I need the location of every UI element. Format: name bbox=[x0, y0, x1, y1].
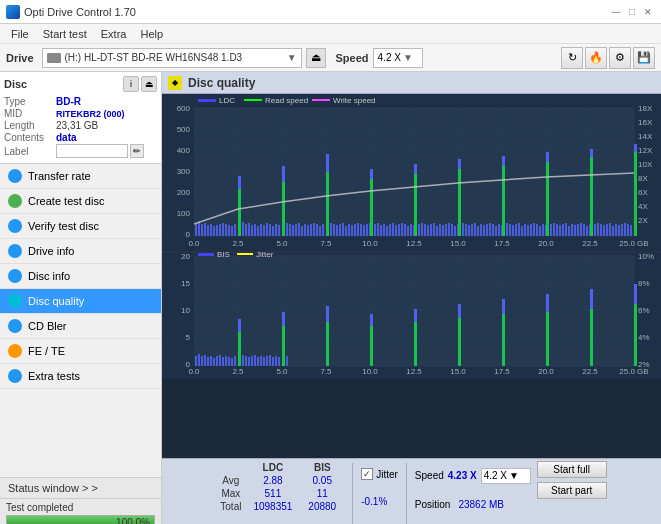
refresh-button[interactable]: ↻ bbox=[561, 47, 583, 69]
svg-rect-43 bbox=[201, 224, 203, 236]
svg-rect-71 bbox=[289, 224, 291, 236]
svg-rect-284 bbox=[502, 314, 505, 366]
sidebar-item-disc-info[interactable]: Disc info bbox=[0, 264, 161, 289]
sidebar-item-transfer-rate[interactable]: Transfer rate bbox=[0, 164, 161, 189]
label-input[interactable] bbox=[56, 144, 128, 158]
sidebar-item-label: Disc quality bbox=[28, 295, 84, 307]
svg-rect-146 bbox=[512, 225, 514, 236]
svg-rect-246 bbox=[213, 358, 215, 366]
speed-current-val: 4.23 X bbox=[448, 470, 477, 481]
sidebar-item-create-test-disc[interactable]: Create test disc bbox=[0, 189, 161, 214]
svg-text:600: 600 bbox=[177, 104, 191, 113]
svg-text:2.5: 2.5 bbox=[232, 367, 244, 376]
progress-percent: 100.0% bbox=[116, 516, 150, 524]
svg-rect-182 bbox=[618, 225, 620, 236]
speed-dropdown[interactable]: 4.2 X ▼ bbox=[481, 468, 531, 484]
burn-button[interactable]: 🔥 bbox=[585, 47, 607, 69]
menu-start-test[interactable]: Start test bbox=[36, 26, 94, 42]
total-row: Total 1098351 20880 bbox=[216, 500, 344, 513]
disc-info-icon[interactable]: i bbox=[123, 76, 139, 92]
svg-rect-175 bbox=[597, 223, 599, 236]
fe-te-icon bbox=[8, 344, 22, 358]
svg-rect-183 bbox=[621, 224, 623, 236]
svg-text:25.0 GB: 25.0 GB bbox=[619, 239, 648, 248]
disc-eject-icon[interactable]: ⏏ bbox=[141, 76, 157, 92]
sidebar-item-fe-te[interactable]: FE / TE bbox=[0, 339, 161, 364]
total-label: Total bbox=[216, 500, 245, 513]
svg-text:Jitter: Jitter bbox=[256, 250, 274, 259]
menu-extra[interactable]: Extra bbox=[94, 26, 134, 42]
svg-rect-181 bbox=[615, 224, 617, 236]
svg-rect-75 bbox=[301, 226, 303, 236]
svg-rect-58 bbox=[248, 223, 250, 236]
progress-bar: 100.0% bbox=[6, 515, 155, 524]
svg-text:17.5: 17.5 bbox=[494, 367, 510, 376]
svg-rect-139 bbox=[492, 224, 494, 236]
svg-text:Read speed: Read speed bbox=[265, 96, 308, 105]
menu-file[interactable]: File bbox=[4, 26, 36, 42]
menu-help[interactable]: Help bbox=[133, 26, 170, 42]
minimize-button[interactable]: — bbox=[609, 5, 623, 19]
content-area: ◆ Disc quality bbox=[162, 72, 661, 524]
svg-rect-90 bbox=[348, 224, 350, 236]
settings-button[interactable]: ⚙ bbox=[609, 47, 631, 69]
svg-rect-108 bbox=[401, 223, 403, 236]
start-part-button[interactable]: Start part bbox=[537, 482, 607, 499]
svg-rect-114 bbox=[418, 224, 420, 236]
close-button[interactable]: ✕ bbox=[641, 5, 655, 19]
svg-rect-37 bbox=[244, 99, 262, 101]
svg-rect-95 bbox=[363, 225, 365, 236]
transfer-rate-icon bbox=[8, 169, 22, 183]
sidebar-item-drive-info[interactable]: Drive info bbox=[0, 239, 161, 264]
sidebar-item-cd-bler[interactable]: CD Bler bbox=[0, 314, 161, 339]
stats-table: LDC BIS Avg 2.88 0.05 Max 511 bbox=[216, 461, 344, 513]
save-button[interactable]: 💾 bbox=[633, 47, 655, 69]
status-window-button[interactable]: Status window > > bbox=[0, 478, 161, 499]
max-label: Max bbox=[216, 487, 245, 500]
svg-rect-63 bbox=[263, 225, 265, 236]
svg-rect-164 bbox=[565, 223, 567, 236]
svg-rect-104 bbox=[389, 224, 391, 236]
jitter-checkbox[interactable]: ✓ bbox=[361, 468, 373, 480]
svg-text:7.5: 7.5 bbox=[320, 367, 332, 376]
status-text: Test completed bbox=[6, 502, 155, 513]
svg-rect-47 bbox=[213, 226, 215, 236]
svg-rect-178 bbox=[606, 224, 608, 236]
svg-rect-105 bbox=[392, 223, 394, 236]
drive-selector[interactable]: (H:) HL-DT-ST BD-RE WH16NS48 1.D3 ▼ bbox=[42, 48, 302, 68]
svg-rect-261 bbox=[260, 356, 262, 366]
svg-rect-73 bbox=[295, 224, 297, 236]
svg-rect-257 bbox=[248, 357, 250, 366]
jitter-label: Jitter bbox=[376, 469, 398, 480]
svg-text:100: 100 bbox=[177, 209, 191, 218]
label-edit-button[interactable]: ✏ bbox=[130, 144, 144, 158]
speed-dropdown-arrow: ▼ bbox=[403, 52, 413, 63]
mid-label: MID bbox=[4, 108, 56, 119]
svg-rect-100 bbox=[377, 223, 379, 236]
maximize-button[interactable]: □ bbox=[625, 5, 639, 19]
svg-rect-185 bbox=[627, 224, 629, 236]
svg-rect-67 bbox=[275, 224, 277, 236]
svg-rect-191 bbox=[370, 179, 373, 236]
sidebar-item-verify-test-disc[interactable]: Verify test disc bbox=[0, 214, 161, 239]
svg-rect-50 bbox=[222, 223, 224, 236]
svg-rect-249 bbox=[222, 357, 224, 366]
svg-text:12.5: 12.5 bbox=[406, 367, 422, 376]
start-full-button[interactable]: Start full bbox=[537, 461, 607, 478]
sidebar: Disc i ⏏ Type BD-R MID RITEKBR2 (000) Le… bbox=[0, 72, 162, 524]
sidebar-item-label: Transfer rate bbox=[28, 170, 91, 182]
svg-rect-136 bbox=[483, 225, 485, 236]
svg-text:200: 200 bbox=[177, 188, 191, 197]
svg-text:15.0: 15.0 bbox=[450, 239, 466, 248]
svg-rect-110 bbox=[407, 226, 409, 236]
svg-rect-263 bbox=[266, 356, 268, 366]
sidebar-item-extra-tests[interactable]: Extra tests bbox=[0, 364, 161, 389]
svg-text:12.5: 12.5 bbox=[406, 239, 422, 248]
sidebar-item-disc-quality[interactable]: Disc quality bbox=[0, 289, 161, 314]
speed-selector[interactable]: 4.2 X ▼ bbox=[373, 48, 423, 68]
stats-bar: LDC BIS Avg 2.88 0.05 Max 511 bbox=[162, 458, 661, 524]
svg-text:15: 15 bbox=[181, 279, 190, 288]
eject-button[interactable]: ⏏ bbox=[306, 48, 326, 68]
svg-rect-253 bbox=[234, 356, 236, 366]
svg-rect-179 bbox=[609, 223, 611, 236]
